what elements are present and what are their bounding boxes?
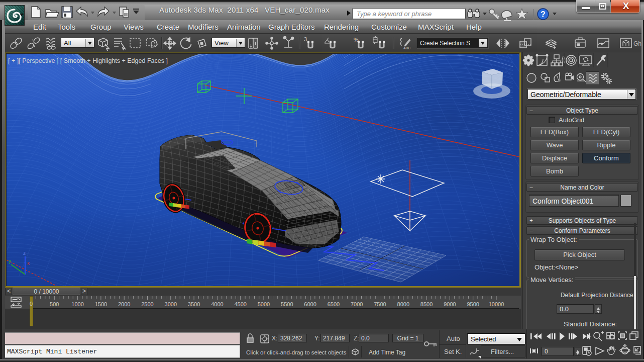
svg-text:ABC: ABC [403,46,410,50]
svg-text:7500: 7500 [374,301,386,307]
svg-text:6500: 6500 [328,301,340,307]
svg-text:6000: 6000 [304,301,316,307]
svg-text:x: x [27,260,30,266]
svg-text:3: 3 [304,36,307,42]
svg-text:8500: 8500 [420,301,433,307]
svg-text:y: y [9,258,11,264]
svg-text:?: ? [541,10,546,19]
svg-text:8000: 8000 [397,301,409,307]
svg-text:4500: 4500 [234,301,246,307]
svg-text:3500: 3500 [188,301,200,307]
svg-text:9500: 9500 [467,301,479,307]
svg-text:5000: 5000 [258,301,270,307]
svg-text:1500: 1500 [95,301,107,307]
svg-text:%: % [354,37,359,43]
svg-text:[ + ][ Perspective ] [ Smooth: [ + ][ Perspective ] [ Smooth + Highligh… [8,57,168,64]
svg-text:7000: 7000 [351,301,363,307]
svg-text:5500: 5500 [281,301,293,307]
svg-text:10000: 10000 [489,301,504,307]
svg-text:4000: 4000 [211,301,223,307]
svg-text:2500: 2500 [141,301,153,307]
svg-text:z: z [23,250,26,256]
svg-text:9000: 9000 [444,301,456,307]
svg-text:2000: 2000 [118,301,130,307]
svg-text:1000: 1000 [71,301,83,307]
svg-text:3000: 3000 [165,301,177,307]
svg-text:500: 500 [50,301,59,307]
